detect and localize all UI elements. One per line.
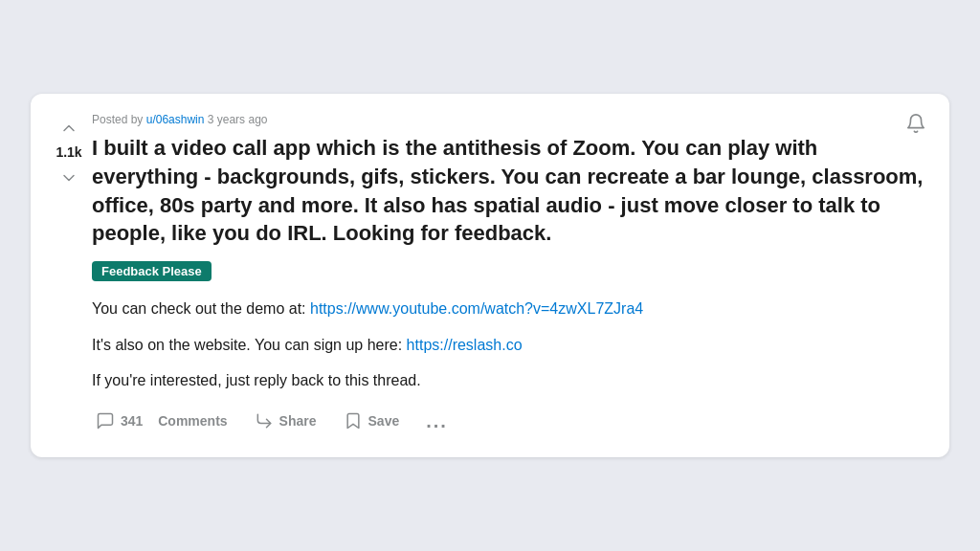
- body-line2: It's also on the website. You can sign u…: [92, 333, 926, 358]
- upvote-button[interactable]: [56, 115, 82, 142]
- post-body: You can check out the demo at: https://w…: [92, 297, 926, 393]
- youtube-link[interactable]: https://www.youtube.com/watch?v=4zwXL7ZJ…: [310, 300, 643, 317]
- notification-bell-button[interactable]: [905, 113, 926, 140]
- more-dots: ...: [426, 410, 448, 432]
- upvote-icon: [59, 119, 78, 138]
- post-content: Posted by u/06ashwin 3 years ago I built…: [92, 113, 926, 438]
- post-card: 1.1k Posted by u/06ashwin 3 years ago I …: [31, 94, 949, 457]
- website-link[interactable]: https://reslash.co: [407, 337, 523, 353]
- vote-count: 1.1k: [56, 143, 81, 163]
- share-label: Share: [279, 413, 317, 429]
- bell-icon: [905, 113, 926, 134]
- comments-label: Comments: [158, 413, 227, 429]
- post-title: I built a video call app which is the an…: [92, 134, 926, 248]
- save-button[interactable]: Save: [340, 406, 404, 436]
- comment-icon: [96, 411, 115, 430]
- post-time: 3 years ago: [208, 113, 268, 126]
- bookmark-icon: [344, 411, 363, 430]
- downvote-button[interactable]: [56, 165, 82, 191]
- vote-column: 1.1k: [46, 113, 92, 438]
- more-button[interactable]: ...: [422, 405, 452, 438]
- post-actions: 341 Comments Share Save ...: [92, 405, 926, 438]
- post-meta: Posted by u/06ashwin 3 years ago: [92, 113, 926, 126]
- body-line1: You can check out the demo at: https://w…: [92, 297, 926, 321]
- share-icon: [255, 411, 274, 430]
- share-button[interactable]: Share: [251, 406, 321, 436]
- body-line1-prefix: You can check out the demo at:: [92, 300, 310, 317]
- save-label: Save: [368, 413, 400, 429]
- comments-button[interactable]: 341 Comments: [92, 406, 232, 436]
- post-author[interactable]: u/06ashwin: [146, 113, 205, 126]
- body-line3: If you're interested, just reply back to…: [92, 368, 926, 393]
- post-flair[interactable]: Feedback Please: [92, 261, 212, 281]
- body-line2-prefix: It's also on the website. You can sign u…: [92, 337, 407, 353]
- comments-count: 341: [121, 413, 143, 429]
- downvote-icon: [59, 168, 78, 187]
- meta-prefix: Posted by: [92, 113, 146, 126]
